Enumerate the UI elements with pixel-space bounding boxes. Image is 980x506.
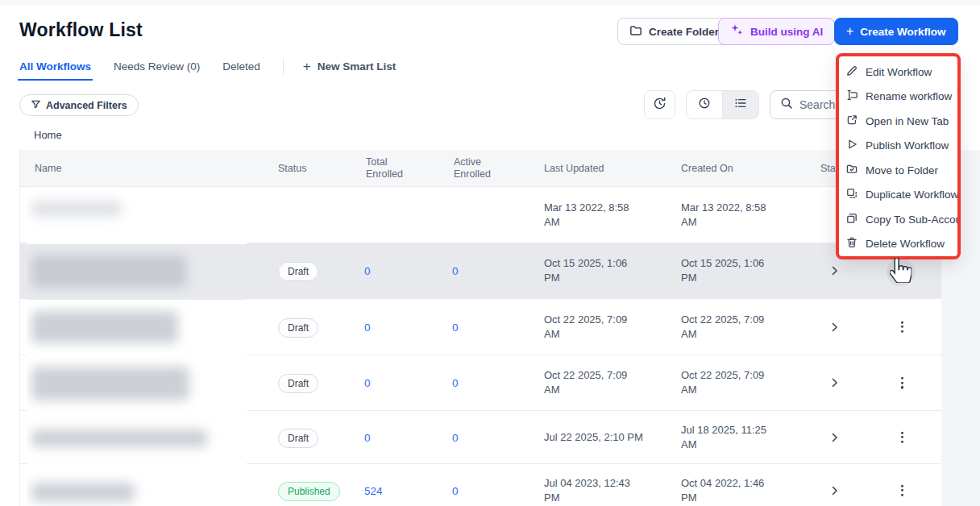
column-header-name: Name	[35, 162, 61, 174]
column-header-total-enrolled: Total Enrolled	[366, 156, 414, 180]
status-badge: Published	[278, 482, 340, 501]
history-icon	[652, 96, 667, 114]
menu-item-label: Duplicate Workflow	[866, 189, 958, 201]
build-using-ai-label: Build using AI	[750, 26, 823, 38]
rename-icon	[845, 89, 858, 104]
created-on-value: Oct 22 2025, 7:09 AM	[681, 313, 781, 342]
stats-chevron-icon[interactable]	[830, 378, 840, 388]
create-workflow-label: Create Workflow	[860, 26, 945, 38]
menu-item-duplicate-workflow[interactable]: Duplicate Workflow	[839, 183, 957, 208]
row-context-menu: Edit Workflow Rename workflow Open in Ne…	[836, 53, 961, 259]
page-title: Workflow List	[19, 19, 143, 41]
stats-chevron-icon[interactable]	[830, 266, 840, 276]
create-folder-label: Create Folder	[649, 26, 719, 38]
active-enrolled-link[interactable]: 0	[452, 484, 459, 496]
menu-item-copy-to-sub-account[interactable]: Copy To Sub-Account	[839, 207, 957, 232]
tab-bar: All Workflows Needs Review (0) Deleted +…	[19, 59, 396, 81]
active-enrolled-link[interactable]: 0	[452, 265, 459, 277]
menu-item-label: Move to Folder	[866, 164, 938, 176]
tab-new-smart-list[interactable]: + New Smart List	[303, 59, 396, 82]
create-folder-button[interactable]: Create Folder	[617, 18, 731, 45]
last-updated-value: Jul 04 2023, 12:43 PM	[544, 476, 644, 505]
menu-item-label: Edit Workflow	[866, 66, 932, 78]
row-actions-kebab-icon[interactable]	[896, 428, 908, 446]
history-button[interactable]	[644, 90, 675, 119]
total-enrolled-link[interactable]: 0	[364, 321, 371, 333]
menu-item-move-to-folder[interactable]: Move to Folder	[839, 158, 957, 183]
status-badge: Draft	[278, 374, 318, 393]
advanced-filters-label: Advanced Filters	[46, 100, 127, 111]
funnel-icon	[31, 99, 41, 112]
total-enrolled-link[interactable]: 0	[364, 431, 371, 443]
plus-icon: +	[846, 24, 853, 39]
list-view-toggle[interactable]	[722, 91, 758, 118]
row-actions-kebab-icon[interactable]	[896, 481, 908, 500]
menu-item-delete-workflow[interactable]: Delete Workflow	[839, 232, 957, 257]
workflow-table: Name Status Total Enrolled Active Enroll…	[19, 150, 941, 506]
clock-icon	[697, 96, 712, 114]
total-enrolled-link[interactable]: 0	[364, 377, 371, 389]
menu-item-label: Publish Workflow	[866, 139, 949, 151]
sparkles-icon	[730, 23, 744, 39]
created-on-value: Mar 13 2022, 8:58 AM	[681, 201, 781, 230]
duplicate-icon	[845, 187, 858, 202]
active-enrolled-link[interactable]: 0	[452, 321, 459, 333]
created-on-value: Oct 15 2025, 1:06 PM	[681, 256, 781, 285]
build-using-ai-button[interactable]: Build using AI	[718, 18, 835, 45]
menu-item-edit-workflow[interactable]: Edit Workflow	[839, 60, 957, 85]
column-header-last-updated: Last Updated	[544, 162, 604, 174]
last-updated-value: Jul 22 2025, 2:10 PM	[544, 430, 644, 445]
new-smart-list-label: New Smart List	[318, 60, 397, 73]
last-updated-value: Oct 22 2025, 7:09 AM	[544, 313, 644, 342]
publish-play-icon	[845, 138, 858, 153]
created-on-value: Jul 18 2025, 11:25 AM	[681, 423, 781, 452]
blurred-name-column	[27, 188, 247, 506]
tab-deleted[interactable]: Deleted	[222, 60, 260, 80]
status-badge: Draft	[278, 429, 318, 448]
total-enrolled-link[interactable]: 0	[364, 265, 371, 277]
move-folder-icon	[845, 163, 858, 178]
external-link-icon	[845, 114, 858, 129]
column-header-active-enrolled: Active Enrolled	[454, 156, 502, 180]
list-view-icon	[733, 96, 748, 114]
tab-needs-review[interactable]: Needs Review (0)	[114, 60, 200, 80]
created-on-value: Oct 04 2022, 1:46 PM	[681, 476, 781, 505]
menu-item-label: Open in New Tab	[866, 115, 949, 127]
create-workflow-button[interactable]: + Create Workflow	[834, 18, 958, 45]
last-updated-value: Oct 15 2025, 1:06 PM	[544, 256, 644, 285]
breadcrumb: Home	[34, 129, 62, 141]
clock-view-toggle[interactable]	[687, 91, 722, 118]
stats-chevron-icon[interactable]	[830, 433, 840, 442]
total-enrolled-link[interactable]: 524	[364, 484, 383, 496]
menu-item-open-in-new-tab[interactable]: Open in New Tab	[839, 109, 957, 134]
active-enrolled-link[interactable]: 0	[452, 431, 459, 443]
active-enrolled-link[interactable]: 0	[452, 377, 459, 389]
menu-item-label: Copy To Sub-Account	[866, 214, 961, 226]
stats-chevron-icon[interactable]	[830, 322, 840, 332]
view-toggle-group	[686, 90, 759, 119]
created-on-value: Oct 22 2025, 7:09 AM	[681, 368, 781, 397]
pencil-icon	[845, 64, 858, 80]
row-actions-kebab-icon[interactable]	[896, 317, 908, 336]
tab-all-workflows[interactable]: All Workflows	[19, 60, 91, 80]
trash-icon	[845, 236, 858, 251]
advanced-filters-button[interactable]: Advanced Filters	[19, 94, 139, 116]
stats-chevron-icon[interactable]	[830, 486, 840, 496]
mouse-cursor-hand	[890, 258, 911, 286]
column-header-created-on: Created On	[681, 162, 733, 174]
copy-icon	[845, 212, 858, 227]
column-header-status: Status	[278, 162, 306, 174]
viewport-top-strip	[0, 0, 980, 5]
menu-item-label: Delete Workflow	[866, 238, 945, 250]
folder-icon	[629, 24, 642, 39]
status-badge: Draft	[278, 318, 318, 338]
status-badge: Draft	[278, 262, 318, 281]
row-actions-kebab-icon[interactable]	[896, 374, 908, 392]
menu-item-label: Rename workflow	[866, 90, 952, 102]
menu-item-publish-workflow[interactable]: Publish Workflow	[839, 134, 957, 159]
plus-icon: +	[303, 59, 311, 75]
tab-divider	[283, 59, 284, 75]
last-updated-value: Mar 13 2022, 8:58 AM	[544, 201, 644, 230]
menu-item-rename-workflow[interactable]: Rename workflow	[839, 85, 957, 110]
last-updated-value: Oct 22 2025, 7:09 AM	[544, 368, 644, 397]
